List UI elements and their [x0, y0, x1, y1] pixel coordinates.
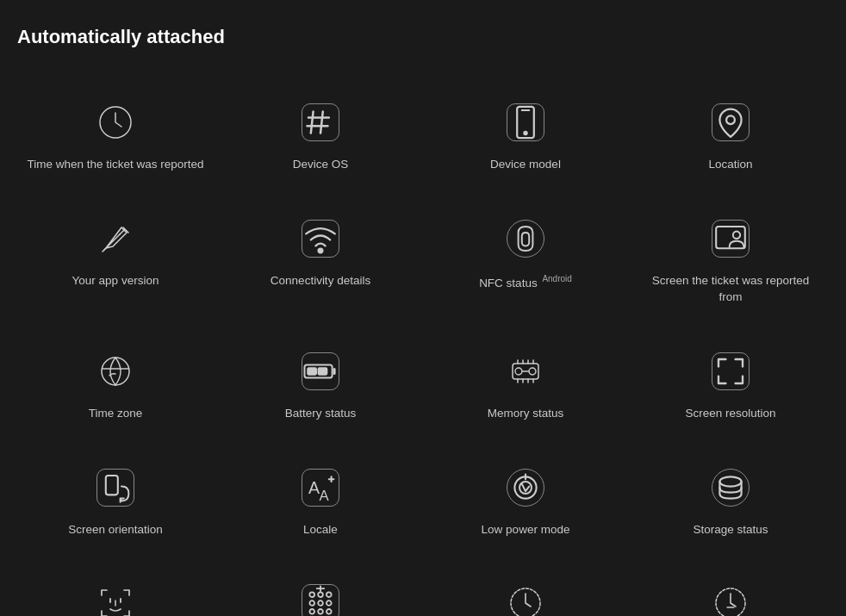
item-label: Screen the ticket was reported from: [641, 273, 820, 306]
item-label: Battery status: [285, 406, 357, 422]
svg-rect-18: [319, 368, 327, 374]
svg-point-12: [733, 231, 740, 238]
svg-point-8: [726, 115, 735, 124]
list-item: Timeline of app lifecycle events: [427, 563, 624, 616]
svg-rect-11: [716, 227, 745, 248]
list-item: Time when the ticket was reported: [17, 83, 214, 190]
svg-rect-31: [106, 476, 118, 495]
list-item: Connectivity details: [222, 199, 419, 323]
battery-icon: [298, 349, 343, 394]
item-label: Device OS: [293, 157, 349, 173]
item-label: Memory status: [488, 406, 564, 422]
list-item: Battery status: [222, 332, 419, 439]
item-label: Device model: [490, 157, 561, 173]
item-label: Time zone: [89, 406, 143, 422]
svg-point-49: [327, 609, 332, 614]
timeline-app-icon: [503, 581, 548, 616]
svg-point-47: [309, 609, 314, 614]
item-label: Locale: [303, 522, 338, 538]
svg-line-9: [103, 246, 108, 252]
svg-text:A: A: [320, 488, 330, 504]
item-label: Screen orientation: [68, 522, 163, 538]
svg-point-7: [524, 132, 526, 134]
svg-point-37: [719, 476, 741, 486]
list-item: Screen the ticket was reported from: [632, 199, 829, 323]
nfc-icon: [503, 216, 548, 261]
svg-point-46: [327, 601, 332, 607]
item-label: Time when the ticket was reported: [27, 157, 203, 173]
low-power-icon: [503, 465, 548, 510]
svg-point-44: [309, 601, 314, 607]
list-item: Memory status: [427, 332, 624, 439]
wifi-icon: [298, 216, 343, 261]
svg-point-45: [318, 601, 323, 607]
svg-point-20: [515, 368, 522, 375]
list-item: Your app version: [17, 199, 214, 323]
list-item: Time zone: [17, 332, 214, 439]
list-item: Screen orientation: [17, 448, 214, 556]
list-item: Screen density: [222, 563, 419, 616]
list-item: Storage status: [632, 448, 829, 556]
item-label: Connectivity details: [271, 273, 370, 289]
svg-point-43: [327, 593, 332, 598]
list-item: Low power mode: [427, 448, 624, 556]
list-item: Screen resolution: [632, 332, 829, 439]
list-item: NFC status Android: [427, 199, 624, 323]
list-item: A A Locale: [222, 448, 419, 556]
screen-density-icon: [298, 581, 343, 616]
page-title: Automatically attached: [17, 26, 829, 48]
svg-point-41: [309, 593, 314, 598]
list-item: Timeline of console logs: [632, 563, 829, 616]
svg-line-1: [311, 111, 314, 133]
svg-point-48: [318, 609, 323, 614]
svg-point-21: [529, 368, 536, 375]
hash-icon: [298, 100, 343, 145]
timezone-icon: [93, 349, 138, 394]
screen-orient-icon: [93, 465, 138, 510]
svg-point-13: [102, 358, 129, 385]
features-grid: Time when the ticket was reported Device…: [17, 83, 829, 616]
tools-icon: [93, 216, 138, 261]
svg-point-10: [318, 248, 322, 252]
memory-icon: [503, 349, 548, 394]
item-label: Low power mode: [482, 522, 570, 538]
timeline-console-icon: [708, 581, 753, 616]
item-label: Your app version: [72, 273, 159, 289]
item-label: Location: [708, 157, 752, 173]
clock-icon: [93, 100, 138, 145]
list-item: Authentication to unlock device: [17, 563, 214, 616]
screen-res-icon: [708, 349, 753, 394]
locale-icon: A A: [298, 465, 343, 510]
location-icon: [708, 100, 753, 145]
screen-user-icon: [708, 216, 753, 261]
item-label: Storage status: [693, 522, 768, 538]
storage-icon: [708, 465, 753, 510]
svg-point-42: [318, 593, 323, 598]
phone-icon: [503, 100, 548, 145]
item-label: Screen resolution: [685, 406, 775, 422]
list-item: Device model: [427, 83, 624, 190]
android-badge: Android: [542, 274, 571, 283]
list-item: Location: [632, 83, 829, 190]
face-id-icon: [93, 581, 138, 616]
svg-rect-17: [308, 368, 316, 374]
svg-line-2: [320, 111, 323, 133]
list-item: Device OS: [222, 83, 419, 190]
item-label: NFC status Android: [479, 273, 572, 291]
